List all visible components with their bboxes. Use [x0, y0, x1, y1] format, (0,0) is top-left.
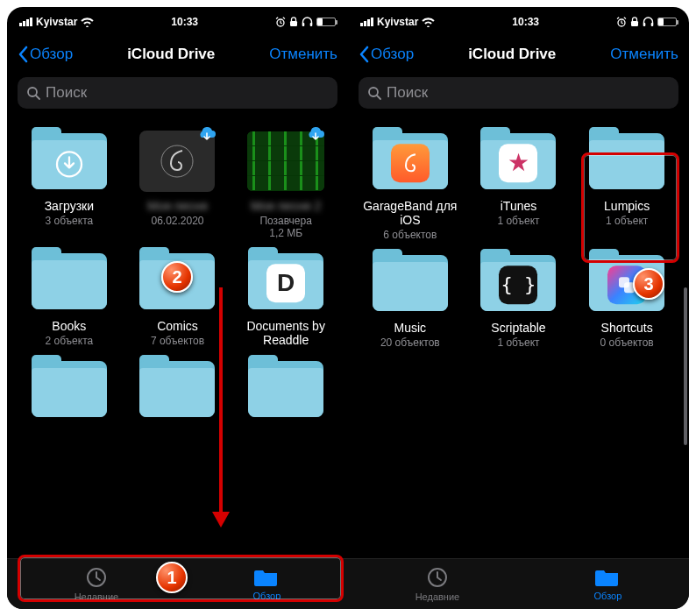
- item-scriptable[interactable]: { } Scriptable 1 объект: [467, 250, 571, 349]
- item-sub: Позавчера 1,2 МБ: [259, 215, 311, 239]
- tab-bar: Недавние Обзор: [348, 558, 689, 609]
- svg-rect-3: [310, 23, 313, 26]
- folder-icon: ★: [480, 133, 556, 189]
- tab-recent[interactable]: Недавние: [75, 566, 119, 602]
- folder-icon: [373, 133, 448, 189]
- item-comics[interactable]: Comics 7 объектов: [126, 248, 230, 347]
- svg-rect-14: [624, 282, 635, 293]
- search-icon: [26, 86, 40, 100]
- battery-icon: [657, 18, 677, 26]
- item-sub: 20 объектов: [380, 336, 440, 349]
- item-music[interactable]: Music 20 объектов: [359, 250, 462, 349]
- back-label: Обзор: [371, 46, 414, 63]
- search-field[interactable]: Поиск: [359, 77, 678, 109]
- folder-icon: [589, 255, 664, 311]
- search-field[interactable]: Поиск: [18, 77, 337, 109]
- clock-icon: [85, 566, 108, 589]
- time-label: 10:33: [512, 16, 539, 28]
- back-button[interactable]: Обзор: [359, 46, 414, 63]
- svg-point-6: [161, 145, 193, 177]
- item-folder-partial[interactable]: [126, 356, 230, 421]
- item-documents-readdle[interactable]: D Documents by Readdle: [234, 248, 337, 347]
- svg-rect-10: [643, 23, 646, 26]
- page-title: iCloud Drive: [468, 46, 556, 63]
- alarm-icon: [616, 17, 627, 27]
- wifi-icon: [81, 18, 94, 27]
- item-books[interactable]: Books 2 объекта: [18, 248, 121, 347]
- tab-label: Недавние: [415, 591, 460, 602]
- status-right-icons: [275, 17, 336, 27]
- headphones-icon: [643, 17, 654, 27]
- carrier-label: Kyivstar: [36, 16, 77, 28]
- item-sub: 2 объекта: [45, 335, 93, 347]
- folder-icon: [248, 361, 323, 417]
- lock-icon: [289, 17, 298, 27]
- folder-icon: { }: [480, 255, 556, 311]
- item-sub: 06.02.2020: [151, 215, 203, 227]
- folder-icon: [595, 567, 620, 588]
- item-label: Books: [52, 319, 86, 333]
- item-sub: 3 объекта: [45, 215, 93, 227]
- search-placeholder: Поиск: [46, 84, 87, 102]
- signal-icon: [360, 18, 373, 26]
- item-label: Shortcuts: [601, 321, 653, 335]
- file-grid-right: GarageBand для iOS 6 объектов ★ iTunes 1…: [348, 114, 689, 349]
- item-label: Моя песня: [147, 199, 208, 213]
- scrollbar[interactable]: [684, 287, 687, 445]
- item-label: Lumpics: [604, 199, 650, 213]
- garageband-icon: [391, 144, 430, 182]
- shortcuts-icon: [607, 266, 646, 304]
- status-bar: Kyivstar 10:33: [7, 7, 348, 26]
- status-bar: Kyivstar 10:33: [348, 7, 689, 26]
- folder-icon: [139, 253, 215, 309]
- cancel-button[interactable]: Отменить: [610, 46, 678, 63]
- file-grid-left: Загрузки 3 объекта Моя песня 06.02.2020: [7, 114, 348, 421]
- item-shortcuts[interactable]: Shortcuts 0 объектов: [575, 250, 678, 349]
- item-folder-partial[interactable]: [234, 356, 337, 421]
- item-sub: 0 объектов: [600, 336, 654, 349]
- item-sub: 1 объект: [497, 215, 539, 227]
- item-garageband-ios[interactable]: GarageBand для iOS 6 объектов: [359, 128, 462, 241]
- left-screenshot: Kyivstar 10:33 Обзор iCloud Drive Отмени…: [7, 7, 348, 609]
- chevron-left-icon: [359, 46, 369, 63]
- svg-rect-9: [631, 21, 638, 26]
- item-green-file[interactable]: Моя песня 2 Позавчера 1,2 МБ: [234, 128, 337, 239]
- item-downloads[interactable]: Загрузки 3 объекта: [18, 128, 121, 239]
- cancel-button[interactable]: Отменить: [269, 46, 337, 63]
- status-right-icons: [616, 17, 677, 27]
- cloud-download-icon: [305, 126, 326, 144]
- item-itunes[interactable]: ★ iTunes 1 объект: [467, 128, 571, 241]
- right-screenshot: Kyivstar 10:33 Обзор iCloud Drive Отмени…: [348, 7, 689, 609]
- item-sub: 6 объектов: [383, 229, 437, 241]
- tab-browse[interactable]: Обзор: [594, 567, 622, 601]
- item-label: Моя песня 2: [251, 199, 321, 213]
- search-placeholder: Поиск: [387, 84, 428, 102]
- signal-icon: [19, 18, 32, 26]
- item-label: Загрузки: [45, 199, 94, 213]
- back-button[interactable]: Обзор: [18, 46, 73, 63]
- search-icon: [367, 86, 381, 100]
- svg-rect-2: [302, 23, 305, 26]
- battery-icon: [316, 18, 336, 26]
- item-label: iTunes: [501, 199, 537, 213]
- svg-rect-11: [651, 23, 654, 26]
- folder-icon: [373, 255, 448, 311]
- item-lumpics[interactable]: Lumpics 1 объект: [575, 128, 678, 241]
- tab-recent[interactable]: Недавние: [415, 566, 460, 602]
- item-folder-partial[interactable]: [18, 356, 121, 421]
- download-icon: [54, 149, 84, 179]
- item-gb-project[interactable]: Моя песня 06.02.2020: [126, 128, 230, 239]
- time-label: 10:33: [171, 16, 198, 28]
- item-label: Comics: [157, 319, 198, 333]
- folder-icon: [139, 361, 215, 417]
- item-sub: 1 объект: [606, 215, 648, 227]
- folder-icon: D: [248, 253, 323, 309]
- scriptable-icon: { }: [499, 266, 537, 304]
- item-label: Music: [394, 321, 427, 335]
- tab-label: Обзор: [594, 591, 622, 601]
- folder-icon: [32, 253, 107, 309]
- item-label: GarageBand для iOS: [362, 199, 458, 227]
- cloud-download-icon: [196, 126, 217, 144]
- folder-icon: [32, 361, 107, 417]
- tab-browse[interactable]: Обзор: [253, 567, 281, 601]
